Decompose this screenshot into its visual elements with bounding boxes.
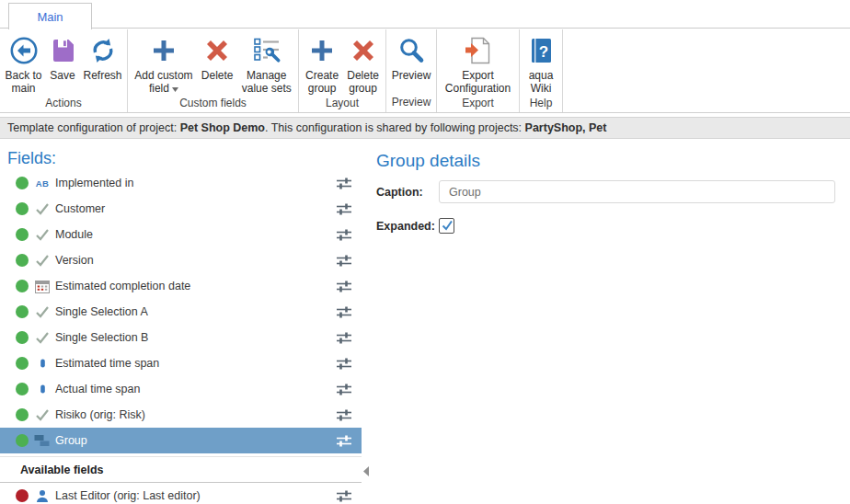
field-label: Last Editor (orig: Last editor) [55,489,201,502]
field-row-version[interactable]: Version [0,247,362,273]
field-settings-icon[interactable] [336,229,352,241]
ribbon-group-custom-fields: Add customfieldDeleteManagevalue setsCus… [128,29,299,112]
manage-value-sets-button[interactable]: Managevalue sets [240,32,293,96]
save-button[interactable]: Save [47,32,78,83]
person-icon [33,489,52,502]
field-settings-icon[interactable] [336,203,352,215]
caption-label: Caption: [376,186,439,199]
button-label-line: aqua [529,69,554,82]
details-title: Group details [376,150,850,171]
field-label: Version [55,254,94,267]
field-settings-icon[interactable] [336,178,352,189]
field-settings-icon[interactable] [336,255,352,267]
button-label-line: main [11,82,35,95]
field-label: Group [55,434,87,447]
expanded-checkbox[interactable] [439,218,454,234]
field-row-group[interactable]: Group [0,428,362,453]
field-row-customer[interactable]: Customer [0,196,362,222]
panel-collapse-icon[interactable] [363,464,369,480]
field-label: Estimated completion date [55,280,190,292]
tab-main-label: Main [37,10,63,24]
field-settings-icon[interactable] [336,435,352,447]
check-icon [33,228,52,241]
status-dot [16,434,29,447]
field-settings-icon[interactable] [336,358,352,370]
caption-input[interactable] [439,180,835,203]
field-settings-icon[interactable] [336,384,352,395]
wiki-icon: ? [527,33,555,67]
ribbon-group-label: Custom fields [128,96,298,113]
export-configuration-button[interactable]: ExportConfiguration [443,32,512,96]
refresh-button[interactable]: Refresh [81,32,123,83]
manage-value-sets-icon [252,33,281,67]
status-dot [16,331,29,344]
aqua-wiki-button[interactable]: ?aquaWiki [525,32,557,96]
check-icon [33,331,52,344]
ribbon-group-label: Layout [299,96,385,113]
add-custom-field-button[interactable]: Add customfield [132,32,194,96]
field-row-single-selection-a[interactable]: Single Selection A [0,299,362,325]
preview-icon [397,33,425,67]
tab-main[interactable]: Main [8,3,92,29]
status-dot [16,228,29,241]
field-row-single-selection-b[interactable]: Single Selection B [0,325,362,350]
info-text-middle: . This configuration is shared by follow… [265,121,522,134]
button-label-line: group [308,82,337,95]
field-settings-icon[interactable] [336,306,352,318]
field-row-estimated-time-span[interactable]: Estimated time span [0,350,362,376]
ribbon-group-label: Export [437,96,519,113]
button-label-line: group [349,82,377,95]
export-icon [463,33,492,67]
button-label-line: field [149,82,178,95]
field-row-last-editor-orig-last-editor[interactable]: Last Editor (orig: Last editor) [0,483,362,504]
button-label-line: Preview [392,69,431,82]
button-label-line: Back to [5,69,41,82]
delete-button[interactable]: Delete [200,32,235,83]
svg-text:?: ? [539,42,548,60]
delete-group-button[interactable]: Deletegroup [345,32,381,96]
check-icon [33,408,52,421]
field-settings-icon[interactable] [336,281,352,292]
field-settings-icon[interactable] [336,490,352,502]
timespan-icon [33,358,52,369]
dropdown-caret-icon [172,82,178,95]
status-dot [16,202,29,215]
status-dot [16,408,29,421]
button-label-line: Configuration [445,82,511,95]
field-row-implemented-in[interactable]: ABImplemented in [0,170,362,196]
field-row-risiko-orig-risk[interactable]: Risiko (orig: Risk) [0,402,362,428]
field-label: Single Selection A [55,305,148,318]
status-dot [16,254,29,267]
field-settings-icon[interactable] [336,409,352,421]
field-row-actual-time-span[interactable]: Actual time span [0,376,362,402]
create-group-icon [308,33,336,67]
button-label-line: Refresh [83,69,121,82]
ribbon-group-actions: Back tomainSaveRefreshActions [0,29,128,112]
button-label-line: Manage [247,69,286,82]
status-dot [16,489,29,502]
info-text-prefix: Template configuration of project: [7,121,177,134]
back-to-main-button[interactable]: Back tomain [3,32,43,96]
button-label-line: Delete [201,69,234,82]
ribbon-group-export: ExportConfigurationExport [437,29,520,112]
field-row-module[interactable]: Module [0,222,362,247]
field-row-estimated-completion-date[interactable]: Estimated completion date [0,273,362,299]
status-dot [16,177,29,189]
check-icon [33,254,52,267]
info-project-name: Pet Shop Demo [180,121,265,134]
ribbon-group-help: ?aquaWikiHelp [520,29,563,112]
text-field-icon: AB [33,178,52,189]
button-label-line: Wiki [531,82,552,95]
ribbon-group-label: Preview [386,95,436,112]
delete-group-icon [350,33,377,67]
ribbon-group-label: Actions [0,96,127,113]
field-label: Actual time span [55,383,140,395]
button-label-line: Export [462,69,494,82]
tab-bar: Main [0,0,850,29]
field-settings-icon[interactable] [336,332,352,344]
field-label: Module [55,228,93,241]
available-fields-list: Last Editor (orig: Last editor) [0,483,362,504]
fields-panel-title: Fields: [7,149,370,167]
create-group-button[interactable]: Creategroup [304,32,340,96]
preview-button[interactable]: Preview [390,32,433,83]
